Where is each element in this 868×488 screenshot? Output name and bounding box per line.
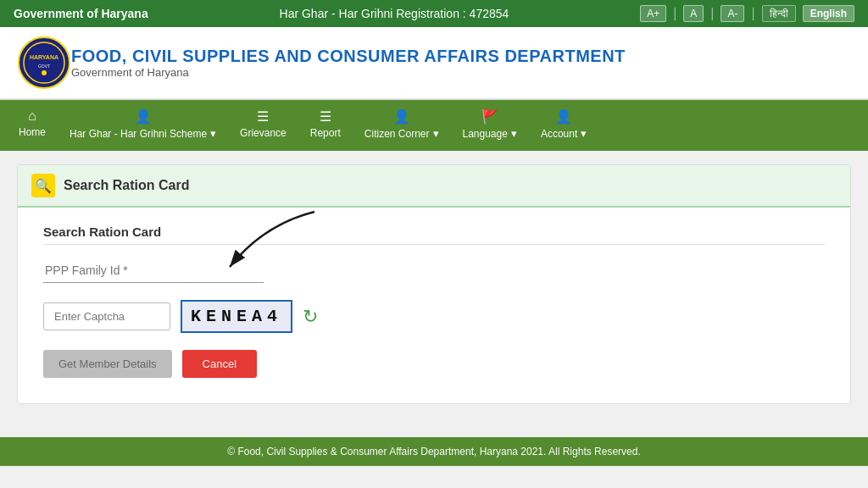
button-row: Get Member Details Cancel [43,350,825,378]
ppp-family-id-input[interactable] [43,258,264,283]
flag-icon: 🚩 [481,108,498,125]
citizen-icon: 👤 [393,108,410,125]
account-icon: 👤 [555,108,572,125]
nav-citizen-corner[interactable]: 👤 Citizen Corner ▾ [353,100,451,151]
nav-bar: ⌂ Home 👤 Har Ghar - Har Grihni Scheme ▾ … [0,100,868,151]
top-bar: Government of Haryana Har Ghar - Har Gri… [0,0,868,27]
hindi-button[interactable]: हिन्दी [762,5,796,22]
english-button[interactable]: English [803,5,854,22]
font-decrease-button[interactable]: A- [721,5,744,22]
svg-point-4 [42,70,47,75]
citizen-dropdown-arrow-icon: ▾ [433,127,439,140]
content-area: 🔍 Search Ration Card Search Ration Card [0,151,868,430]
footer-text: © Food, Civil Supplies & Consumer Affair… [227,446,641,458]
account-dropdown-arrow-icon: ▾ [581,127,587,140]
nav-report[interactable]: ☰ Report [298,100,353,151]
nav-grievance[interactable]: ☰ Grievance [228,100,298,151]
svg-text:GOVT: GOVT [38,64,50,69]
dept-subtitle: Government of Haryana [71,66,626,79]
home-icon: ⌂ [28,108,36,124]
report-icon: ☰ [320,108,331,125]
panel-title: Search Ration Card [64,178,189,193]
divider3: | [751,6,754,21]
divider2: | [710,6,714,21]
dropdown-arrow-icon: ▾ [210,127,216,140]
panel-icon: 🔍 [31,174,55,197]
svg-text:HARYANA: HARYANA [30,54,58,60]
gov-logo: HARYANA GOVT [17,36,71,90]
person-icon: 👤 [135,108,152,125]
ppp-field-group [43,258,825,283]
captcha-row: KENEA4 ↻ [43,300,825,333]
nav-home[interactable]: ⌂ Home [7,100,58,151]
panel-header: 🔍 Search Ration Card [18,165,850,208]
header: HARYANA GOVT FOOD, CIVIL SUPPLIES AND CO… [0,27,868,100]
footer: © Food, Civil Supplies & Consumer Affair… [0,437,868,466]
scheme-title: Har Ghar - Har Grihni Registration : 472… [280,7,509,20]
form-section-title: Search Ration Card [43,225,825,245]
get-member-details-button[interactable]: Get Member Details [43,350,172,378]
dept-title: FOOD, CIVIL SUPPLIES AND CONSUMER AFFAIR… [71,47,626,66]
top-bar-controls: A+ | A | A- | हिन्दी English [640,5,854,22]
nav-har-ghar[interactable]: 👤 Har Ghar - Har Grihni Scheme ▾ [58,100,228,151]
cancel-button[interactable]: Cancel [182,350,257,378]
search-panel: 🔍 Search Ration Card Search Ration Card [17,164,851,404]
svg-point-0 [19,37,70,88]
language-dropdown-arrow-icon: ▾ [511,127,517,140]
divider: | [673,6,676,21]
font-increase-button[interactable]: A+ [640,5,666,22]
header-text: FOOD, CIVIL SUPPLIES AND CONSUMER AFFAIR… [71,47,626,79]
list-icon: ☰ [257,108,269,125]
nav-language[interactable]: 🚩 Language ▾ [451,100,529,151]
gov-name: Government of Haryana [14,7,148,20]
captcha-input[interactable] [43,302,170,330]
captcha-image: KENEA4 [181,300,292,333]
refresh-captcha-button[interactable]: ↻ [303,306,318,328]
font-normal-button[interactable]: A [683,5,704,22]
nav-account[interactable]: 👤 Account ▾ [529,100,598,151]
panel-body: Search Ration Card KENEA4 ↻ [18,208,850,403]
